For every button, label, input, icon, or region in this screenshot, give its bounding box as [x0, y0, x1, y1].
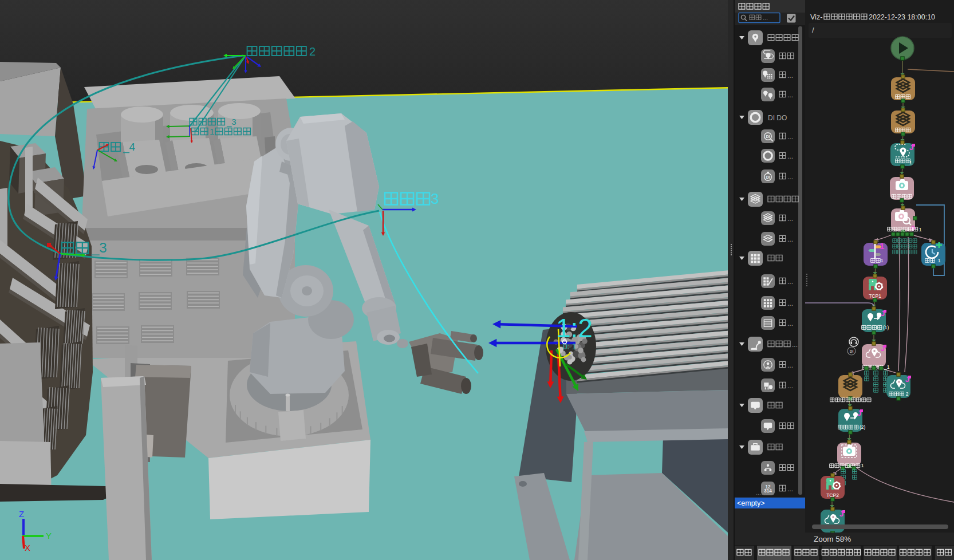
- svg-text:1: 1: [909, 160, 912, 165]
- svg-text:_3: _3: [226, 117, 236, 127]
- svg-text:1: 1: [861, 463, 864, 468]
- svg-text:DI DO: DI DO: [768, 114, 787, 122]
- svg-text:TCP1: TCP1: [869, 293, 881, 299]
- svg-text:2: 2: [906, 391, 909, 397]
- svg-text:...: ...: [787, 361, 793, 369]
- svg-text:...: ...: [787, 72, 793, 80]
- svg-text:1: 1: [881, 258, 884, 263]
- svg-text:(1): (1): [883, 325, 889, 330]
- svg-text:...: ...: [787, 278, 793, 286]
- svg-text:1: 1: [919, 227, 922, 232]
- svg-text:...: ...: [787, 485, 793, 493]
- svg-text:TCP2: TCP2: [826, 492, 839, 498]
- svg-text:0: 1: 0: 1: [563, 342, 577, 351]
- svg-text:1:2: 1:2: [556, 313, 593, 343]
- svg-text:...: ...: [787, 382, 793, 390]
- svg-text:Viz-: Viz-: [810, 13, 822, 21]
- svg-text:......: ......: [756, 489, 766, 496]
- svg-text:2: 2: [309, 45, 316, 58]
- svg-text:...: ...: [787, 152, 793, 160]
- svg-text:_3: _3: [91, 240, 107, 255]
- svg-text:(2): (2): [860, 424, 866, 430]
- svg-text:1: 1: [938, 258, 941, 263]
- svg-text:/: /: [812, 26, 814, 34]
- svg-text:...: ...: [787, 299, 793, 307]
- svg-text:...: ...: [787, 133, 793, 141]
- svg-text:_4: _4: [123, 141, 136, 153]
- svg-text:...: ...: [787, 235, 793, 243]
- svg-text:...: ...: [763, 14, 768, 21]
- svg-text:...: ...: [787, 215, 793, 223]
- svg-text:1: 1: [210, 127, 214, 136]
- svg-text:...: ...: [787, 320, 793, 328]
- svg-text:DI: DI: [850, 349, 854, 353]
- svg-text:...: ...: [787, 91, 793, 99]
- svg-text:DI: DI: [766, 175, 770, 179]
- svg-text:...: ...: [787, 173, 793, 181]
- svg-text:X: X: [25, 543, 30, 553]
- svg-text:3: 3: [431, 190, 439, 207]
- svg-text:<empty>: <empty>: [737, 499, 765, 507]
- svg-text:Z: Z: [19, 509, 24, 519]
- svg-text:DI: DI: [766, 134, 770, 139]
- svg-text:...: ...: [792, 341, 798, 349]
- svg-text:Zoom 58%: Zoom 58%: [814, 535, 851, 543]
- svg-text:1: 1: [880, 241, 884, 251]
- svg-text:Y: Y: [46, 531, 52, 541]
- svg-text:_1: _1: [884, 364, 890, 370]
- svg-text:2022-12-23 18:00:10: 2022-12-23 18:00:10: [869, 13, 935, 21]
